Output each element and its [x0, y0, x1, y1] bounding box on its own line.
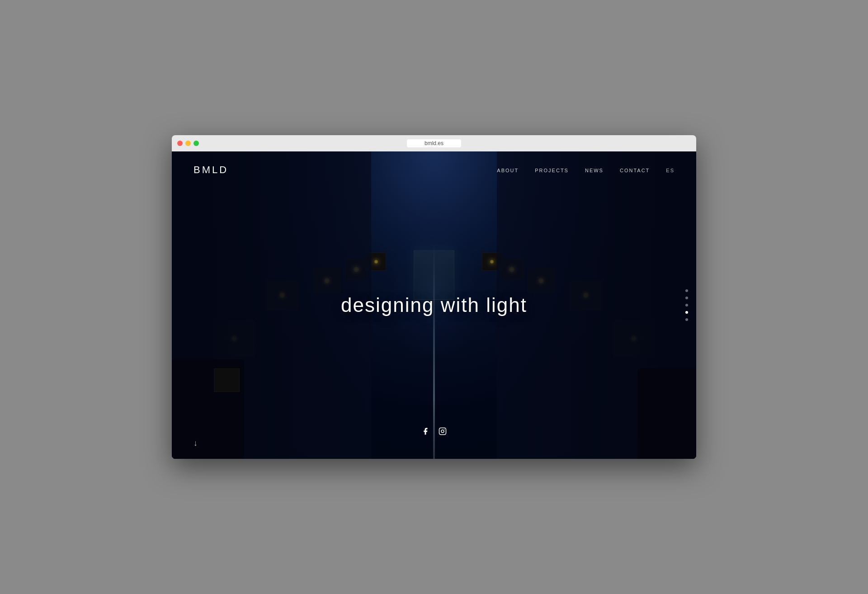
nav-link-contact[interactable]: CONTACT [620, 168, 650, 173]
nav-item-lang[interactable]: ES [666, 166, 675, 174]
facebook-link[interactable] [421, 427, 429, 437]
instagram-link[interactable] [439, 427, 447, 437]
hero-content: designing with light [341, 294, 527, 316]
svg-point-1 [441, 430, 444, 433]
language-switch[interactable]: ES [666, 168, 675, 173]
browser-chrome: bmld.es [172, 135, 696, 151]
nav-item-news[interactable]: NEWS [585, 166, 604, 174]
slide-dot-5[interactable] [685, 318, 688, 321]
nav-item-contact[interactable]: CONTACT [620, 166, 650, 174]
traffic-lights [177, 141, 199, 146]
slide-dot-3[interactable] [685, 304, 688, 306]
instagram-icon [439, 427, 447, 435]
slide-dot-2[interactable] [685, 297, 688, 299]
nav-link-about[interactable]: ABOUT [497, 168, 519, 173]
url-text: bmld.es [425, 140, 443, 146]
minimize-button[interactable] [185, 141, 191, 146]
nav-link-news[interactable]: NEWS [585, 168, 604, 173]
nav-links: ABOUT PROJECTS NEWS CONTACT ES [497, 166, 675, 174]
slide-dot-1[interactable] [685, 289, 688, 292]
svg-point-2 [444, 429, 445, 430]
facebook-icon [421, 427, 429, 435]
nav-link-projects[interactable]: PROJECTS [535, 168, 569, 173]
close-button[interactable] [177, 141, 183, 146]
bottom-bar [172, 427, 696, 448]
maximize-button[interactable] [193, 141, 199, 146]
website: BMLD ABOUT PROJECTS NEWS CONTACT ES [172, 151, 696, 459]
nav-item-projects[interactable]: PROJECTS [535, 166, 569, 174]
nav-item-about[interactable]: ABOUT [497, 166, 519, 174]
svg-rect-0 [439, 428, 446, 435]
navigation: BMLD ABOUT PROJECTS NEWS CONTACT ES [172, 151, 696, 189]
hero-tagline: designing with light [341, 294, 527, 316]
address-bar[interactable]: bmld.es [407, 139, 461, 147]
slide-indicators[interactable] [685, 289, 688, 321]
slide-dot-4[interactable] [685, 311, 688, 314]
logo[interactable]: BMLD [193, 164, 228, 176]
browser-window: bmld.es [172, 135, 696, 459]
social-links [421, 427, 447, 437]
